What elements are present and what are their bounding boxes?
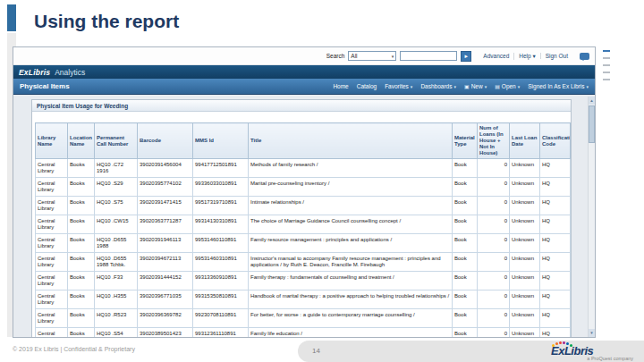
table-cell: 39020396771035 (138, 290, 193, 309)
table-cell: HQ (540, 253, 571, 272)
menu-item-signed-in-as-ex-libris[interactable]: Signed In As Ex Libris▾ (528, 83, 589, 89)
table-row: Central LibraryBooksHQ10 .C72 1916390203… (36, 159, 571, 178)
table-cell: Intimate relationships / (249, 197, 453, 215)
column-header-library-name[interactable]: Library Name (36, 123, 68, 159)
table-cell: Family resource management : principles … (249, 234, 453, 253)
table-cell: Books (68, 234, 95, 253)
table-cell: 0 (478, 309, 510, 328)
table-cell: 99315350810891 (193, 290, 249, 309)
table-cell: Book (453, 197, 478, 215)
column-header-title[interactable]: Title (249, 123, 453, 159)
column-header-permanent-call-number[interactable]: Permanent Call Number (95, 123, 138, 159)
table-cell: Unknown (510, 159, 540, 178)
chevron-down-icon: ▾ (518, 84, 521, 89)
table-cell: Instructor's manual to accompany Family … (249, 253, 453, 272)
topbar-link-help[interactable]: Help ▾ (513, 53, 539, 60)
table-cell: Books (68, 253, 95, 272)
menu-item-open[interactable]: ▤Open▾ (495, 83, 520, 89)
column-header-location-name[interactable]: Location Name (68, 123, 95, 159)
menu-item-label: New (471, 83, 483, 89)
table-cell: Book (453, 309, 478, 328)
menubar-items: HomeCatalogFavorites▾Dashboards▾▣New▾▤Op… (333, 83, 589, 89)
new-icon: ▣ (464, 83, 470, 89)
table-cell: HQ (540, 290, 571, 309)
table-cell: HQ10 .C72 1916 (95, 159, 138, 178)
table-cell: HQ (540, 328, 571, 338)
table-cell: HQ (540, 159, 571, 178)
table-cell: HQ10 .CW15 (95, 215, 138, 234)
table-cell: Book (453, 328, 478, 338)
table-cell: 39020389501423 (138, 328, 193, 338)
table-cell: Central Library (36, 290, 68, 309)
search-input[interactable] (400, 51, 457, 61)
table-row: Central LibraryBooksHQ10 .H3553902039677… (36, 290, 571, 309)
app-topbar: Search All ▾ ▸ AdvancedHelp ▾Sign Out (13, 47, 595, 65)
column-header-barcode[interactable]: Barcode (138, 123, 193, 159)
table-cell: HQ10 .R523 (95, 309, 138, 328)
table-cell: Book (453, 272, 478, 290)
table-cell: Book (453, 290, 478, 309)
table-cell: Unknown (510, 309, 540, 328)
table-cell: Books (68, 272, 95, 290)
table-cell: 39020396369782 (138, 309, 193, 328)
exlibris-logo: ExLibris a ProQuest company (551, 341, 633, 361)
menu-item-catalog[interactable]: Catalog (357, 83, 377, 89)
table-cell: HQ (540, 234, 571, 253)
scroll-down-icon[interactable]: ▼ (589, 329, 595, 337)
table-cell: Family therapy : fundamentals of counsel… (249, 272, 453, 290)
table-cell: Central Library (36, 253, 68, 272)
chat-icon[interactable] (580, 53, 589, 60)
footer-copyright: © 2019 Ex Libris | Confidential & Propri… (13, 346, 135, 352)
table-cell: Book (453, 253, 478, 272)
menu-item-home[interactable]: Home (333, 83, 348, 89)
menu-item-new[interactable]: ▣New▾ (464, 83, 487, 89)
accent-bar-blue (7, 4, 16, 31)
menu-item-label: Signed In As Ex Libris (528, 83, 584, 89)
column-header-num-of-loans-in-house-not-in-house[interactable]: Num of Loans (In House + Not In House) (478, 123, 510, 159)
table-cell: Unknown (510, 215, 540, 234)
scrollbar[interactable]: ▲ ▼ (588, 97, 595, 337)
search-scope-select[interactable]: All ▾ (348, 51, 396, 61)
search-label: Search (326, 53, 345, 59)
table-row: Central LibraryBooksHQ10 .S7539020391471… (36, 197, 571, 215)
table-cell: HQ10 .D655 1988 Tchbk. (95, 253, 138, 272)
table-cell: 0 (478, 197, 510, 215)
topbar-link-advanced[interactable]: Advanced (479, 53, 513, 59)
table-cell: 99417712501891 (193, 159, 249, 178)
table-cell: 39020391946113 (138, 234, 193, 253)
table-cell: 0 (478, 215, 510, 234)
scrollbar-thumb[interactable] (589, 105, 595, 143)
column-header-material-type[interactable]: Material Type (453, 123, 478, 159)
table-row: Central LibraryBooksHQ10 .R5233902039636… (36, 309, 571, 328)
table-cell: HQ10 .S29 (95, 178, 138, 197)
chevron-down-icon: ▾ (392, 54, 394, 59)
table-cell: 0 (478, 178, 510, 197)
column-header-mms-id[interactable]: MMS Id (193, 123, 249, 159)
table-cell: HQ10 .F33 (95, 272, 138, 290)
results-table: Library NameLocation NamePermanent Call … (35, 122, 571, 337)
table-row: Central LibraryBooksHQ10 .S5439020389501… (36, 328, 571, 338)
topbar-link-sign-out[interactable]: Sign Out (540, 53, 572, 59)
column-header-last-loan-date[interactable]: Last Loan Date (510, 123, 540, 159)
table-cell: Book (453, 178, 478, 197)
menu-item-dashboards[interactable]: Dashboards▾ (420, 83, 456, 89)
search-go-button[interactable]: ▸ (461, 51, 471, 62)
brand-bar: ExLibris Analytics (13, 65, 595, 79)
table-cell: Book (453, 215, 478, 234)
table-cell: Central Library (36, 159, 68, 178)
product-name: Analytics (55, 68, 85, 77)
table-cell: Books (68, 328, 95, 338)
table-cell: HQ (540, 272, 571, 290)
chevron-down-icon: ▾ (586, 84, 589, 89)
table-cell: 39020394672113 (138, 253, 193, 272)
table-header-row: Library NameLocation NamePermanent Call … (36, 123, 571, 159)
table-cell: 0 (478, 159, 510, 178)
menu-item-favorites[interactable]: Favorites▾ (385, 83, 412, 89)
column-header-classification-code[interactable]: Classification Code (540, 123, 571, 159)
scroll-up-icon[interactable]: ▲ (589, 97, 595, 105)
table-cell: HQ10 .S54 (95, 328, 138, 338)
logo-tagline: a ProQuest company (587, 356, 633, 361)
table-cell: Books (68, 197, 95, 215)
chevron-down-icon: ▾ (453, 84, 456, 89)
report-content-area: Physical Item Usage for Weeding Library … (13, 95, 595, 337)
